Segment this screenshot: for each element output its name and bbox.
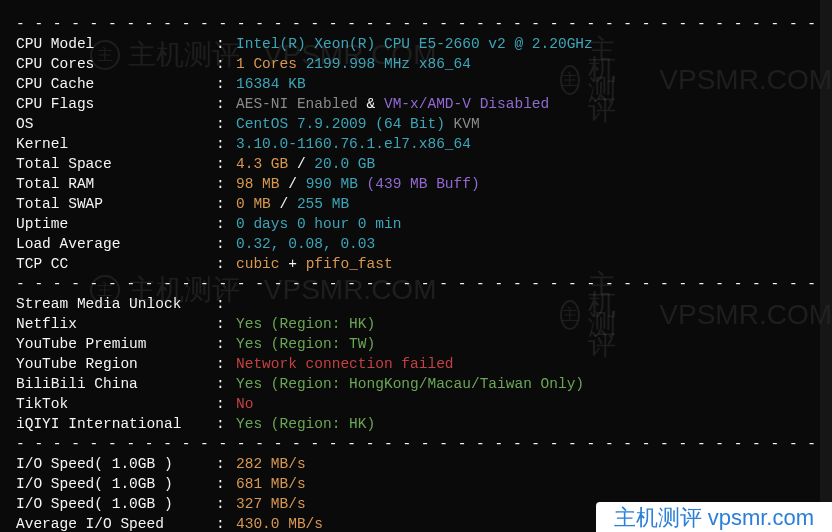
row-kernel: Kernel:3.10.0-1160.76.1.el7.x86_64: [16, 134, 816, 154]
row-tiktok: TikTok:No: [16, 394, 816, 414]
source-badge: 主机测评 vpsmr.com: [596, 502, 832, 532]
row-tcp-cc: TCP CC:cubic + pfifo_fast: [16, 254, 816, 274]
section-separator: - - - - - - - - - - - - - - - - - - - - …: [16, 274, 816, 294]
row-total-swap: Total SWAP:0 MB / 255 MB: [16, 194, 816, 214]
row-cpu-cores: CPU Cores:1 Cores 2199.998 MHz x86_64: [16, 54, 816, 74]
row-youtube-premium: YouTube Premium:Yes (Region: TW): [16, 334, 816, 354]
section-separator: - - - - - - - - - - - - - - - - - - - - …: [16, 14, 816, 34]
row-iqiyi: iQIYI International:Yes (Region: HK): [16, 414, 816, 434]
row-os: OS:CentOS 7.9.2009 (64 Bit) KVM: [16, 114, 816, 134]
row-cpu-flags: CPU Flags:AES-NI Enabled & VM-x/AMD-V Di…: [16, 94, 816, 114]
row-cpu-model: CPU Model:Intel(R) Xeon(R) CPU E5-2660 v…: [16, 34, 816, 54]
row-io-2: I/O Speed( 1.0GB ):681 MB/s: [16, 474, 816, 494]
row-netflix: Netflix:Yes (Region: HK): [16, 314, 816, 334]
row-bilibili: BiliBili China:Yes (Region: HongKong/Mac…: [16, 374, 816, 394]
row-total-space: Total Space:4.3 GB / 20.0 GB: [16, 154, 816, 174]
row-uptime: Uptime:0 days 0 hour 0 min: [16, 214, 816, 234]
row-total-ram: Total RAM:98 MB / 990 MB (439 MB Buff): [16, 174, 816, 194]
row-youtube-region: YouTube Region:Network connection failed: [16, 354, 816, 374]
scrollbar[interactable]: ▼: [820, 0, 832, 532]
section-separator: - - - - - - - - - - - - - - - - - - - - …: [16, 434, 816, 454]
row-load: Load Average:0.32, 0.08, 0.03: [16, 234, 816, 254]
row-io-1: I/O Speed( 1.0GB ):282 MB/s: [16, 454, 816, 474]
row-cpu-cache: CPU Cache:16384 KB: [16, 74, 816, 94]
row-stream-header: Stream Media Unlock:: [16, 294, 816, 314]
